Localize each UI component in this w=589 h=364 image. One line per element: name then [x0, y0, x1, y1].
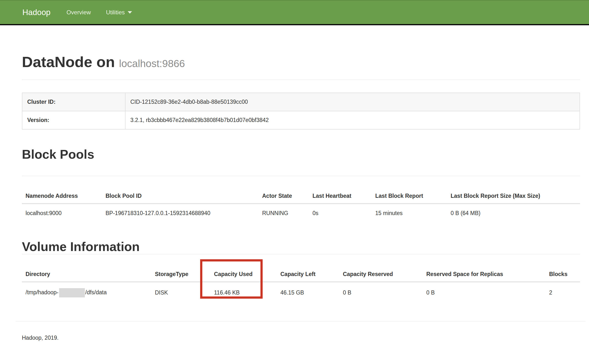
version-label: Version:: [22, 111, 125, 129]
col-capacity-used: Capacity Used: [210, 266, 277, 282]
table-row: /tmp/hadoop-/dfs/data DISK 116.46 KB 46.…: [22, 282, 580, 305]
nav-item-utilities-label: Utilities: [106, 9, 125, 16]
col-actor-state: Actor State: [259, 187, 309, 204]
col-blocks: Blocks: [545, 266, 580, 282]
namenode-address-value: localhost:9000: [22, 204, 102, 224]
navbar-brand[interactable]: Hadoop: [22, 8, 51, 17]
main-content: DataNode on localhost:9866 Cluster ID: C…: [22, 54, 580, 341]
actor-state-value: RUNNING: [259, 204, 309, 224]
volume-information-table: Directory StorageType Capacity Used Capa…: [22, 266, 580, 305]
last-block-report-value: 15 minutes: [372, 204, 447, 224]
nav-item-overview-label: Overview: [67, 9, 91, 16]
capacity-used-value: 116.46 KB: [210, 282, 277, 305]
col-last-block-report: Last Block Report: [372, 187, 447, 204]
reserved-space-replicas-value: 0 B: [423, 282, 545, 305]
col-storage-type: StorageType: [151, 266, 210, 282]
volume-information-section: Directory StorageType Capacity Used Capa…: [22, 254, 580, 305]
directory-suffix: /dfs/data: [85, 289, 107, 295]
page-title: DataNode on localhost:9866: [22, 54, 580, 70]
footer-divider: [16, 321, 586, 321]
last-heartbeat-value: 0s: [309, 204, 372, 224]
version-value: 3.2.1, rb3cbbb467e22ea829b3808f4b7b01d07…: [125, 111, 580, 129]
last-block-report-size-value: 0 B (64 MB): [447, 204, 580, 224]
directory-value: /tmp/hadoop-/dfs/data: [22, 282, 151, 305]
footer-text: Hadoop, 2019.: [22, 335, 580, 341]
col-capacity-reserved: Capacity Reserved: [339, 266, 423, 282]
col-block-pool-id: Block Pool ID: [102, 187, 259, 204]
nav-item-utilities[interactable]: Utilities: [106, 9, 132, 16]
navbar: Hadoop Overview Utilities: [0, 0, 589, 25]
page-title-text: DataNode on: [22, 53, 115, 70]
chevron-down-icon: [128, 11, 132, 14]
col-capacity-left: Capacity Left: [277, 266, 339, 282]
section-divider: [22, 176, 580, 176]
cluster-info-table: Cluster ID: CID-12152c89-36e2-4db0-b8ab-…: [22, 93, 580, 130]
block-pool-id-value: BP-196718310-127.0.0.1-1592314688940: [102, 204, 259, 224]
storage-type-value: DISK: [151, 282, 210, 305]
table-header-row: Directory StorageType Capacity Used Capa…: [22, 266, 580, 282]
cluster-id-label: Cluster ID:: [22, 93, 125, 111]
redacted-username: [59, 288, 85, 297]
col-last-block-report-size: Last Block Report Size (Max Size): [447, 187, 580, 204]
directory-prefix: /tmp/hadoop-: [26, 289, 59, 295]
section-divider: [22, 254, 580, 254]
nav-item-overview[interactable]: Overview: [67, 9, 91, 16]
col-last-heartbeat: Last Heartbeat: [309, 187, 372, 204]
capacity-left-value: 46.15 GB: [277, 282, 339, 305]
table-row: Version: 3.2.1, rb3cbbb467e22ea829b3808f…: [22, 111, 580, 129]
col-namenode-address: Namenode Address: [22, 187, 102, 204]
block-pools-table: Namenode Address Block Pool ID Actor Sta…: [22, 187, 580, 224]
page-subtitle: localhost:9866: [119, 58, 185, 69]
title-divider: [22, 79, 580, 80]
col-reserved-space-replicas: Reserved Space for Replicas: [423, 266, 545, 282]
table-row: localhost:9000 BP-196718310-127.0.0.1-15…: [22, 204, 580, 224]
table-row: Cluster ID: CID-12152c89-36e2-4db0-b8ab-…: [22, 93, 580, 111]
blocks-value: 2: [545, 282, 580, 305]
capacity-reserved-value: 0 B: [339, 282, 423, 305]
volume-information-heading: Volume Information: [22, 239, 580, 254]
block-pools-heading: Block Pools: [22, 147, 580, 162]
col-directory: Directory: [22, 266, 151, 282]
cluster-id-value: CID-12152c89-36e2-4db0-b8ab-88e50139cc00: [125, 93, 580, 111]
table-header-row: Namenode Address Block Pool ID Actor Sta…: [22, 187, 580, 204]
